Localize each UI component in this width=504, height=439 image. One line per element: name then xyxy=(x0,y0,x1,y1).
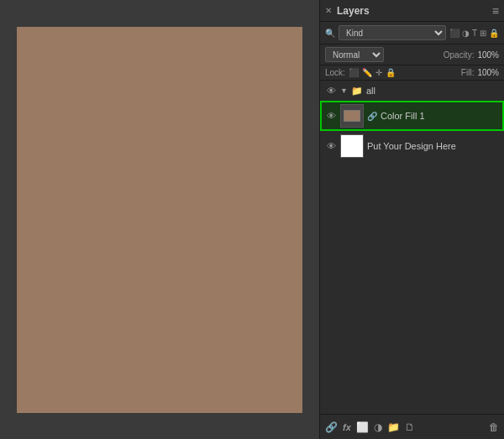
layers-list: 👁 ▼ 📁 all 👁 🔗 Color Fill 1 👁 Put Your De… xyxy=(320,81,504,414)
layers-toolbar: 🔗 fx ⬜ ◑ 📁 🗋 🗑 xyxy=(320,414,504,439)
panel-title: Layers xyxy=(337,5,370,17)
fill-label: Fill: xyxy=(461,68,475,77)
lock-position-icon[interactable]: ✛ xyxy=(375,68,382,77)
opacity-value: 100% xyxy=(477,50,499,60)
opacity-label: Opacity: xyxy=(444,50,475,60)
layer-visibility-icon-1[interactable]: 👁 xyxy=(325,141,337,151)
panel-menu-icon[interactable]: ≡ xyxy=(492,4,499,18)
search-bar: 🔍 Kind ⬛ ◑ T ⊞ 🔒 xyxy=(320,22,504,44)
layer-visibility-icon-0[interactable]: 👁 xyxy=(325,111,337,121)
filter-type-icon[interactable]: T xyxy=(472,29,477,38)
blend-mode-select[interactable]: Normal xyxy=(325,47,384,62)
layers-panel-header: ✕ Layers ≡ ◀◀ xyxy=(320,0,504,22)
filter-shape-icon[interactable]: ⊞ xyxy=(480,29,486,38)
link-layers-icon[interactable]: 🔗 xyxy=(325,421,338,433)
monitor-preview xyxy=(344,110,360,122)
search-icon: 🔍 xyxy=(325,29,335,38)
close-icon[interactable]: ✕ xyxy=(325,6,332,15)
blend-row: Normal Opacity: 100% xyxy=(320,44,504,65)
filter-icons: ⬛ ◑ T ⊞ 🔒 xyxy=(449,29,499,38)
lock-label: Lock: xyxy=(325,68,345,77)
layer-thumbnail-1 xyxy=(340,134,364,158)
lock-image-icon[interactable]: ✏️ xyxy=(362,68,372,77)
new-layer-icon[interactable]: 🗋 xyxy=(405,421,415,433)
adjustment-icon[interactable]: ◑ xyxy=(374,421,382,433)
canvas-content xyxy=(17,27,302,413)
lock-row: Lock: ⬛ ✏️ ✛ 🔒 Fill: 100% xyxy=(320,65,504,81)
filter-adjust-icon[interactable]: ◑ xyxy=(462,29,470,38)
filter-pixel-icon[interactable]: ⬛ xyxy=(449,29,459,38)
group-row[interactable]: 👁 ▼ 📁 all xyxy=(320,81,504,101)
layer-row-color-fill[interactable]: 👁 🔗 Color Fill 1 xyxy=(320,101,504,131)
delete-layer-icon[interactable]: 🗑 xyxy=(489,421,499,433)
canvas-area xyxy=(0,0,319,439)
layer-name-0: Color Fill 1 xyxy=(381,111,499,121)
new-group-icon[interactable]: 📁 xyxy=(387,421,400,433)
group-visibility-icon[interactable]: 👁 xyxy=(325,86,337,96)
group-collapse-icon[interactable]: ▼ xyxy=(340,86,348,95)
lock-all-icon[interactable]: 🔒 xyxy=(386,68,396,77)
filter-smart-icon[interactable]: 🔒 xyxy=(489,29,499,38)
fill-value: 100% xyxy=(477,68,499,77)
panels-area: ✕ Layers ≡ ◀◀ 🔍 Kind ⬛ ◑ T ⊞ 🔒 Normal Op… xyxy=(319,0,504,439)
layer-chain-icon-0[interactable]: 🔗 xyxy=(367,112,377,121)
layer-row-design[interactable]: 👁 Put Your Design Here xyxy=(320,131,504,161)
folder-icon: 📁 xyxy=(351,86,363,97)
lock-transparent-icon[interactable]: ⬛ xyxy=(349,68,359,77)
fx-icon[interactable]: fx xyxy=(343,422,351,432)
layer-thumbnail-0 xyxy=(340,104,364,128)
layer-name-1: Put Your Design Here xyxy=(367,141,499,151)
kind-select[interactable]: Kind xyxy=(339,25,446,40)
group-name: all xyxy=(366,86,375,96)
add-mask-icon[interactable]: ⬜ xyxy=(356,421,369,433)
